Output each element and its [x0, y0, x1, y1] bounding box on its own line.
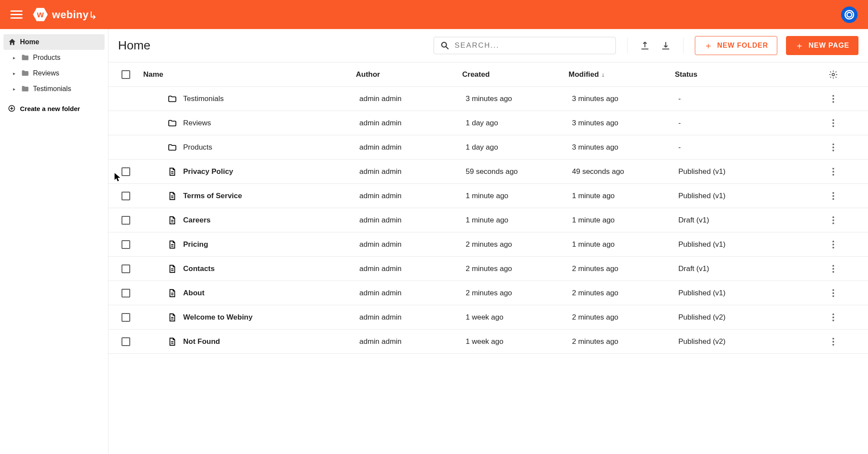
row-checkbox[interactable] — [122, 216, 130, 225]
new-page-button[interactable]: ＋ NEW PAGE — [786, 36, 858, 55]
row-checkbox[interactable] — [122, 240, 130, 249]
folder-icon — [21, 53, 30, 62]
table-row[interactable]: Careersadmin admin1 minute ago1 minute a… — [108, 208, 868, 232]
sidebar-home[interactable]: Home — [3, 34, 105, 50]
row-actions-button[interactable] — [814, 337, 853, 346]
new-folder-label: NEW FOLDER — [717, 42, 769, 49]
row-modified: 3 minutes ago — [569, 143, 675, 152]
row-modified: 3 minutes ago — [569, 95, 675, 103]
row-actions-button[interactable] — [814, 94, 853, 104]
caret-right-icon: ▸ — [13, 86, 17, 92]
sidebar-item[interactable]: ▸ Products — [3, 50, 105, 65]
row-status: Published (v1) — [675, 289, 814, 297]
svg-point-24 — [832, 198, 834, 200]
col-created[interactable]: Created — [462, 70, 569, 79]
col-modified[interactable]: Modified ↓ — [569, 70, 675, 79]
sidebar-item-label: Testimonials — [33, 85, 71, 93]
new-folder-button[interactable]: ＋ NEW FOLDER — [695, 36, 778, 55]
brand-logo[interactable]: w webiny↳ — [33, 7, 98, 22]
table-row[interactable]: Welcome to Webinyadmin admin1 week ago2 … — [108, 305, 868, 330]
power-icon — [844, 9, 855, 20]
row-checkbox[interactable] — [122, 167, 130, 176]
svg-point-17 — [832, 168, 834, 170]
sidebar-item[interactable]: ▸ Reviews — [3, 65, 105, 81]
row-actions-button[interactable] — [814, 167, 853, 176]
row-checkbox[interactable] — [122, 265, 130, 273]
more-vert-icon — [832, 167, 835, 176]
row-actions-button[interactable] — [814, 264, 853, 274]
cursor-icon — [114, 173, 121, 182]
row-actions-button[interactable] — [814, 313, 853, 322]
row-actions-button[interactable] — [814, 143, 853, 152]
svg-point-14 — [832, 150, 834, 151]
row-actions-button[interactable] — [814, 118, 853, 128]
table-row[interactable]: Contactsadmin admin2 minutes ago2 minute… — [108, 257, 868, 281]
download-button[interactable] — [660, 39, 672, 52]
svg-point-3 — [441, 42, 446, 47]
row-modified: 2 minutes ago — [569, 337, 675, 346]
svg-point-53 — [832, 341, 834, 343]
caret-right-icon: ▸ — [13, 71, 17, 76]
row-status: - — [675, 119, 814, 127]
table-row[interactable]: Reviewsadmin admin1 day ago3 minutes ago… — [108, 111, 868, 135]
search-input[interactable] — [454, 41, 609, 50]
svg-point-42 — [832, 289, 834, 291]
row-created: 1 minute ago — [462, 216, 569, 225]
folder-outline-icon — [168, 143, 177, 152]
row-modified: 1 minute ago — [569, 240, 675, 249]
folder-icon — [21, 85, 30, 93]
table-settings-button[interactable] — [814, 70, 853, 79]
more-vert-icon — [832, 118, 835, 128]
svg-point-49 — [832, 320, 834, 321]
svg-point-33 — [832, 244, 834, 245]
more-vert-icon — [832, 191, 835, 201]
brand-mark-icon: w — [33, 7, 48, 22]
col-author[interactable]: Author — [356, 70, 462, 79]
row-modified: 2 minutes ago — [569, 265, 675, 273]
create-folder-label: Create a new folder — [20, 105, 80, 112]
table-row[interactable]: Pricingadmin admin2 minutes ago1 minute … — [108, 232, 868, 257]
row-actions-button[interactable] — [814, 240, 853, 249]
create-folder-button[interactable]: Create a new folder — [3, 100, 105, 117]
upload-button[interactable] — [639, 39, 651, 52]
table-row[interactable]: Productsadmin admin1 day ago3 minutes ag… — [108, 135, 868, 160]
row-created: 2 minutes ago — [462, 265, 569, 273]
row-checkbox[interactable] — [122, 192, 130, 200]
row-checkbox[interactable] — [122, 337, 130, 346]
row-actions-button[interactable] — [814, 288, 853, 298]
menu-icon[interactable] — [10, 9, 23, 21]
table: Name Author Created Modified ↓ Status Te… — [108, 62, 868, 454]
svg-point-5 — [832, 73, 835, 76]
svg-point-47 — [832, 314, 834, 315]
row-checkbox[interactable] — [122, 313, 130, 322]
table-row[interactable]: Terms of Serviceadmin admin1 minute ago1… — [108, 184, 868, 208]
caret-right-icon: ▸ — [13, 55, 17, 61]
main: Home ＋ NEW FOLDER ＋ — [108, 29, 868, 454]
search-box[interactable] — [434, 37, 616, 54]
row-created: 1 day ago — [462, 143, 569, 152]
more-vert-icon — [832, 240, 835, 249]
user-avatar[interactable] — [841, 7, 858, 23]
page-icon — [168, 240, 177, 249]
home-icon — [8, 38, 16, 46]
sidebar-item[interactable]: ▸ Testimonials — [3, 81, 105, 97]
svg-point-43 — [832, 292, 834, 294]
table-row[interactable]: Not Foundadmin admin1 week ago2 minutes … — [108, 330, 868, 354]
row-name: Pricing — [183, 240, 208, 249]
row-actions-button[interactable] — [814, 216, 853, 225]
folder-outline-icon — [168, 94, 177, 104]
row-actions-button[interactable] — [814, 191, 853, 201]
col-status[interactable]: Status — [675, 70, 814, 79]
svg-point-28 — [832, 219, 834, 221]
table-row[interactable]: Privacy Policyadmin admin59 seconds ago4… — [108, 160, 868, 184]
table-row[interactable]: Aboutadmin admin2 minutes ago2 minutes a… — [108, 281, 868, 305]
row-name: Privacy Policy — [183, 167, 233, 176]
row-checkbox[interactable] — [122, 289, 130, 297]
select-all-checkbox[interactable] — [122, 70, 130, 79]
plus-circle-icon — [8, 105, 16, 112]
col-name[interactable]: Name — [143, 70, 356, 79]
topbar: w webiny↳ — [0, 0, 868, 29]
table-row[interactable]: Testimonialsadmin admin3 minutes ago3 mi… — [108, 87, 868, 111]
more-vert-icon — [832, 337, 835, 346]
more-vert-icon — [832, 264, 835, 274]
